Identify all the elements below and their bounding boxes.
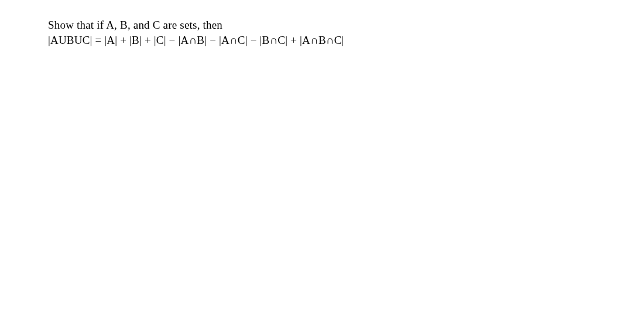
problem-statement-line-2: |AUBUC| = |A| + |B| + |C| − |A∩B| − |A∩C… bbox=[48, 33, 644, 48]
problem-statement-line-1: Show that if A, B, and C are sets, then bbox=[48, 18, 644, 33]
